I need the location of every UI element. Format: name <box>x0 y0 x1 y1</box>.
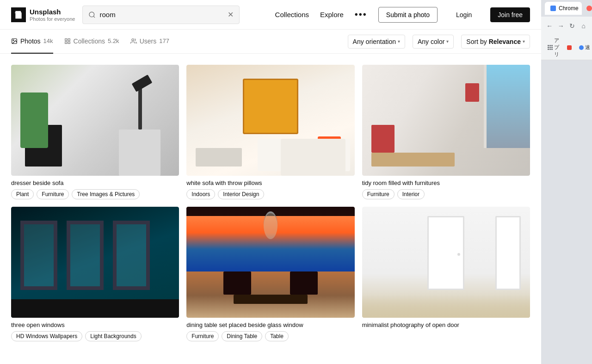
tag[interactable]: Plant <box>11 189 34 199</box>
tab-group: Photos 14k Collections 5.2k Users 177 <box>11 30 169 54</box>
chrome-favicon <box>550 6 556 11</box>
chair-2 <box>290 271 318 295</box>
filter-group: Any orientation ▾ Any color ▾ Sort by Re… <box>348 35 530 49</box>
tag[interactable]: Furniture <box>37 189 69 199</box>
color-label: Any color <box>418 38 444 45</box>
color-filter[interactable]: Any color ▾ <box>413 35 454 49</box>
window-mid <box>67 221 104 290</box>
world-label: 速 <box>585 44 590 51</box>
orientation-arrow-icon: ▾ <box>398 39 400 44</box>
image-placeholder <box>11 207 179 318</box>
photo-image <box>186 65 354 176</box>
tab-photos[interactable]: Photos 14k <box>11 30 53 54</box>
tag[interactable]: Furniture <box>362 189 395 199</box>
logo[interactable]: Unsplash Photos for everyone <box>11 7 75 22</box>
list-item[interactable]: tidy room filled with furnitures Furnitu… <box>362 65 530 199</box>
decor-element <box>465 83 479 102</box>
tag[interactable]: Indoors <box>186 189 215 199</box>
photo-image <box>11 65 179 176</box>
sort-prefix: Sort by <box>466 38 487 45</box>
chair-1 <box>223 271 251 295</box>
sort-value: Relevance <box>489 38 521 45</box>
tag[interactable]: Dining Table <box>222 331 262 341</box>
fav-gmail[interactable] <box>564 44 574 51</box>
search-bar[interactable]: ✕ <box>82 6 240 24</box>
back-button[interactable]: ← <box>545 19 555 32</box>
orientation-filter[interactable]: Any orientation ▾ <box>348 35 405 49</box>
refresh-button[interactable]: ↻ <box>567 19 577 32</box>
close-btn[interactable] <box>586 6 592 11</box>
tab-users[interactable]: Users 177 <box>130 30 169 54</box>
plant-element <box>20 93 48 148</box>
window-controls <box>586 6 592 11</box>
tab-users-label: Users <box>140 37 157 45</box>
tag[interactable]: Furniture <box>186 331 219 341</box>
tab-users-count: 177 <box>159 37 169 44</box>
login-button[interactable]: Login <box>449 7 479 22</box>
logo-icon <box>11 7 26 22</box>
apps-grid-icon <box>548 45 553 50</box>
window-right <box>113 221 150 290</box>
list-item[interactable]: white sofa with throw pillows Indoors In… <box>186 65 354 199</box>
list-item[interactable]: minimalist photography of open door <box>362 207 530 341</box>
svg-rect-5 <box>68 38 70 40</box>
tag[interactable]: HD Windows Wallpapers <box>11 331 82 341</box>
window-left <box>20 221 57 290</box>
console-table <box>196 148 242 167</box>
photo-title: three open windows <box>11 321 179 328</box>
search-icon <box>88 11 96 19</box>
list-item[interactable]: dresser beside sofa Plant Furniture Tree… <box>11 65 179 199</box>
tag[interactable]: Interior <box>397 189 425 199</box>
favorites-bar: アプリ 速 <box>541 35 592 60</box>
tag[interactable]: Interior Design <box>218 189 264 199</box>
svg-rect-6 <box>68 42 70 43</box>
table-element <box>371 153 455 167</box>
list-item[interactable]: dining table set placed beside glass win… <box>186 207 354 341</box>
chrome-sidebar: Chrome ← → ↻ ⌂ アプリ 速 <box>541 0 592 352</box>
submit-photo-button[interactable]: Submit a photo <box>378 7 438 23</box>
chandelier <box>264 211 278 239</box>
svg-point-8 <box>132 38 134 41</box>
door-secondary <box>495 216 521 290</box>
search-input[interactable] <box>99 11 224 19</box>
floor-element <box>11 299 179 318</box>
photo-title: dresser beside sofa <box>11 179 179 186</box>
search-clear-button[interactable]: ✕ <box>228 11 234 19</box>
window-element <box>484 65 530 148</box>
header: Unsplash Photos for everyone ✕ Collectio… <box>0 0 541 30</box>
tag-list: Furniture Dining Table Table <box>186 331 354 341</box>
chrome-tab-bar: Chrome <box>541 0 592 17</box>
nav-more-button[interactable]: ••• <box>355 9 367 20</box>
nav-explore[interactable]: Explore <box>320 11 344 19</box>
photo-title: minimalist photography of open door <box>362 321 530 328</box>
chrome-active-tab[interactable]: Chrome <box>545 2 582 15</box>
tag[interactable]: Tree Images & Pictures <box>72 189 140 199</box>
tag[interactable]: Table <box>265 331 289 341</box>
pillow-teal <box>295 139 318 157</box>
fav-apps[interactable]: アプリ <box>545 36 562 59</box>
logo-tagline: Photos for everyone <box>30 16 75 22</box>
image-placeholder <box>186 65 354 176</box>
svg-line-1 <box>94 16 95 18</box>
forward-button[interactable]: → <box>556 19 566 32</box>
fav-world[interactable]: 速 <box>576 43 592 52</box>
chrome-toolbar: ← → ↻ ⌂ <box>541 17 592 35</box>
list-item[interactable]: three open windows HD Windows Wallpapers… <box>11 207 179 341</box>
tab-collections[interactable]: Collections 5.2k <box>64 30 119 54</box>
photo-image <box>362 65 530 176</box>
home-button[interactable]: ⌂ <box>579 19 589 32</box>
dining-table <box>234 295 308 304</box>
logo-text-area: Unsplash Photos for everyone <box>30 8 75 22</box>
apps-label: アプリ <box>554 37 560 58</box>
users-icon <box>130 38 137 44</box>
tag[interactable]: Light Backgrounds <box>85 331 141 341</box>
nav-collections[interactable]: Collections <box>275 11 309 19</box>
sort-arrow-icon: ▾ <box>523 39 525 44</box>
photos-icon <box>11 38 18 44</box>
tag-list: Furniture Interior <box>362 189 530 199</box>
join-button[interactable]: Join free <box>490 7 530 22</box>
gmail-icon <box>567 45 572 50</box>
sort-filter[interactable]: Sort by Relevance ▾ <box>461 35 530 49</box>
image-placeholder <box>11 65 179 176</box>
orientation-label: Any orientation <box>353 38 396 45</box>
